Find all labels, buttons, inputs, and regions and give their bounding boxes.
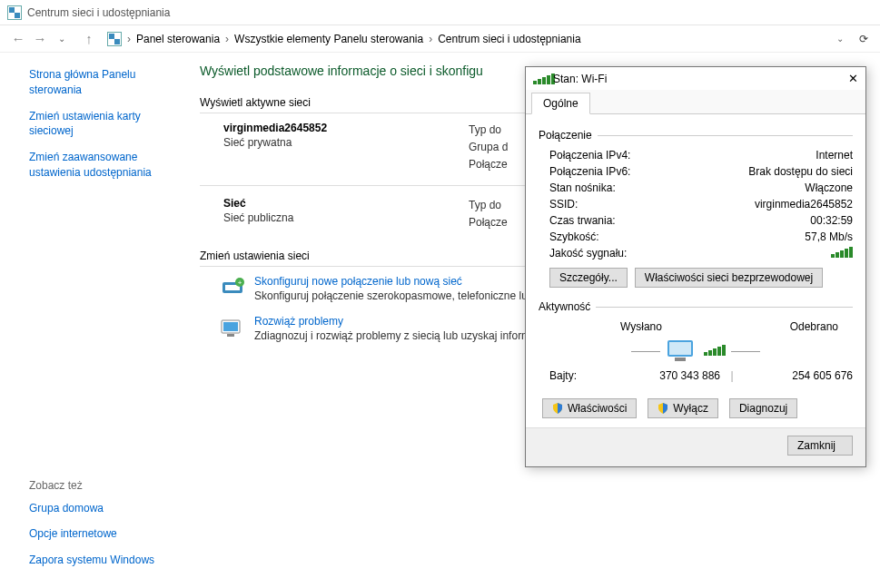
dialog-body: Połączenie Połączenia IPv4:Internet Połą…: [526, 114, 865, 427]
tab-general[interactable]: Ogólne: [531, 93, 590, 114]
wifi-icon: [704, 345, 726, 358]
sidebar-link-sharing[interactable]: Zmień zaawansowane ustawienia udostępnia…: [29, 150, 182, 181]
close-dialog-button[interactable]: Zamknij: [787, 436, 853, 456]
bytes-received-value: 254 605 676: [744, 369, 853, 382]
up-button[interactable]: ↑: [78, 28, 100, 50]
speed-value: 57,8 Mb/s: [805, 230, 853, 243]
window-titlebar: Centrum sieci i udostępniania: [0, 0, 880, 25]
dialog-tabs: Ogólne: [526, 90, 865, 114]
bytes-label: Bajty:: [549, 369, 611, 382]
diagnose-button[interactable]: Diagnozuj: [729, 398, 797, 418]
close-button[interactable]: ✕: [829, 72, 858, 85]
duration-label: Czas trwania:: [549, 214, 616, 227]
svg-rect-8: [669, 342, 691, 355]
chevron-right-icon: ›: [429, 33, 432, 45]
recent-dropdown[interactable]: ⌄: [51, 28, 73, 50]
back-button[interactable]: ←: [7, 28, 29, 50]
ssid-value: virginmedia2645852: [755, 198, 853, 211]
control-panel-icon: [107, 32, 122, 46]
chevron-right-icon: ›: [127, 33, 131, 45]
sidebar-link-adapter[interactable]: Zmień ustawienia karty sieciowej: [29, 109, 182, 140]
signal-quality-label: Jakość sygnału:: [549, 247, 627, 260]
activity-section-label: Aktywność: [539, 300, 853, 313]
breadcrumb-item[interactable]: Panel sterowania: [136, 33, 220, 45]
divider: |: [720, 369, 744, 382]
shield-icon: [658, 403, 668, 414]
sidebar: Strona główna Panelu sterowania Zmień us…: [0, 53, 191, 588]
received-label: Odebrano: [790, 320, 838, 333]
computer-icon: [666, 338, 698, 364]
network-name: virginmedia2645852: [223, 122, 469, 134]
svg-rect-6: [227, 334, 234, 337]
sidebar-footer-heading: Zobacz też: [29, 479, 182, 492]
breadcrumb-item[interactable]: Wszystkie elementy Panelu sterowania: [234, 33, 423, 45]
wifi-icon: [533, 74, 548, 84]
ssid-label: SSID:: [549, 198, 578, 211]
ipv4-label: Połączenia IPv4:: [549, 149, 630, 162]
ipv6-value: Brak dostępu do sieci: [748, 165, 853, 178]
sidebar-link-firewall[interactable]: Zapora systemu Windows: [29, 553, 182, 568]
wireless-properties-button[interactable]: Właściwości sieci bezprzewodowej: [635, 268, 823, 288]
svg-rect-9: [675, 358, 686, 361]
activity-graphic: [539, 338, 853, 364]
disable-button[interactable]: Wyłącz: [648, 398, 718, 418]
forward-button[interactable]: →: [29, 28, 51, 50]
dialog-title: Stan: Wi-Fi: [553, 73, 829, 85]
network-type: Sieć publiczna: [223, 211, 469, 224]
signal-quality-icon: [831, 247, 853, 260]
svg-text:+: +: [238, 279, 242, 287]
refresh-button[interactable]: ⟳: [855, 30, 873, 48]
task-link-troubleshoot[interactable]: Rozwiąż problemy: [254, 315, 528, 328]
properties-button[interactable]: Właściwości: [542, 398, 637, 418]
network-type: Sieć prywatna: [223, 136, 469, 149]
network-name: Sieć: [223, 197, 469, 210]
window-title: Centrum sieci i udostępniania: [27, 6, 170, 19]
svg-rect-5: [223, 322, 238, 331]
breadcrumb[interactable]: › Panel sterowania › Wszystkie elementy …: [107, 32, 836, 46]
breadcrumb-item[interactable]: Centrum sieci i udostępniania: [438, 33, 580, 45]
sidebar-link-homegroup[interactable]: Grupa domowa: [29, 501, 182, 516]
dialog-footer: Zamknij: [526, 427, 865, 466]
new-connection-icon: +: [220, 275, 245, 300]
details-button[interactable]: Szczegóły...: [549, 268, 628, 288]
troubleshoot-icon: [220, 315, 245, 340]
chevron-right-icon: ›: [225, 33, 229, 45]
media-state-label: Stan nośnika:: [549, 181, 616, 194]
network-details: Typ do Grupa d Połącze: [469, 122, 508, 174]
duration-value: 00:32:59: [810, 214, 853, 227]
ipv6-label: Połączenia IPv6:: [549, 165, 630, 178]
navbar: ← → ⌄ ↑ › Panel sterowania › Wszystkie e…: [0, 25, 880, 53]
network-details: Typ do Połącze: [469, 197, 508, 231]
sent-label: Wysłano: [620, 320, 662, 333]
sidebar-link-home[interactable]: Strona główna Panelu sterowania: [29, 67, 182, 98]
speed-label: Szybkość:: [549, 230, 599, 243]
ipv4-value: Internet: [816, 149, 853, 162]
dialog-titlebar: Stan: Wi-Fi ✕: [526, 67, 865, 90]
media-state-value: Włączone: [805, 181, 853, 194]
control-panel-icon: [7, 5, 22, 20]
wifi-status-dialog: Stan: Wi-Fi ✕ Ogólne Połączenie Połączen…: [525, 66, 866, 467]
breadcrumb-dropdown[interactable]: ⌄: [836, 34, 844, 44]
sidebar-link-internet-options[interactable]: Opcje internetowe: [29, 526, 182, 542]
connection-section-label: Połączenie: [539, 129, 853, 142]
task-desc: Zdiagnozuj i rozwiąż problemy z siecią l…: [254, 329, 528, 342]
shield-icon: [552, 403, 563, 414]
bytes-sent-value: 370 343 886: [611, 369, 720, 382]
